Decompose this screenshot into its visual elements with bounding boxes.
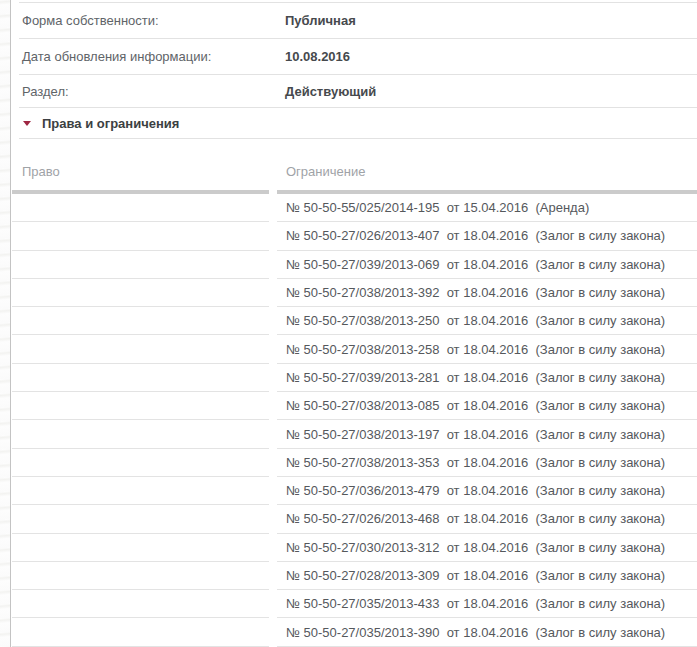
restriction-cell: № 50-50-27/038/2013-197 от 18.04.2016 (З… bbox=[277, 420, 697, 448]
table-row: № 50-50-27/038/2013-353 от 18.04.2016 (З… bbox=[12, 449, 697, 477]
table-row: № 50-50-27/030/2013-312 от 18.04.2016 (З… bbox=[12, 534, 697, 562]
restrictions-table: Право Ограничение № 50-50-55/025/2014-19… bbox=[12, 139, 697, 647]
property-label: Дата обновления информации: bbox=[19, 49, 285, 64]
column-gap bbox=[269, 279, 277, 307]
page-content: Форма собственности: Публичная Дата обно… bbox=[12, 2, 697, 647]
column-gap bbox=[269, 562, 277, 590]
table-row: № 50-50-27/038/2013-250 от 18.04.2016 (З… bbox=[12, 307, 697, 335]
restrictions-rows: № 50-50-55/025/2014-195 от 15.04.2016 (А… bbox=[12, 194, 697, 647]
right-cell bbox=[12, 618, 269, 646]
restriction-cell: № 50-50-27/038/2013-392 от 18.04.2016 (З… bbox=[277, 279, 697, 307]
property-label: Раздел: bbox=[19, 84, 285, 99]
table-row: № 50-50-27/038/2013-392 от 18.04.2016 (З… bbox=[12, 279, 697, 307]
column-header-restriction: Ограничение bbox=[277, 164, 697, 190]
column-gap bbox=[269, 194, 277, 222]
table-row: № 50-50-27/026/2013-468 от 18.04.2016 (З… bbox=[12, 505, 697, 533]
table-row: № 50-50-27/026/2013-407 от 18.04.2016 (З… bbox=[12, 222, 697, 250]
restriction-cell: № 50-50-27/030/2013-312 от 18.04.2016 (З… bbox=[277, 534, 697, 562]
column-header-right: Право bbox=[12, 164, 269, 190]
table-row: № 50-50-27/038/2013-197 от 18.04.2016 (З… bbox=[12, 420, 697, 448]
right-cell bbox=[12, 335, 269, 363]
property-label: Форма собственности: bbox=[19, 13, 285, 28]
column-gap bbox=[269, 392, 277, 420]
table-row: № 50-50-27/039/2013-069 от 18.04.2016 (З… bbox=[12, 251, 697, 279]
property-value: Публичная bbox=[285, 13, 356, 28]
right-cell bbox=[12, 307, 269, 335]
column-gap bbox=[269, 618, 277, 646]
property-value: 10.08.2016 bbox=[285, 49, 350, 64]
right-cell bbox=[12, 392, 269, 420]
restriction-cell: № 50-50-27/035/2013-390 от 18.04.2016 (З… bbox=[277, 618, 697, 646]
rights-section-toggle[interactable]: Права и ограничения bbox=[19, 108, 697, 139]
right-cell bbox=[12, 420, 269, 448]
table-row: № 50-50-27/039/2013-281 от 18.04.2016 (З… bbox=[12, 364, 697, 392]
table-row: № 50-50-27/036/2013-479 от 18.04.2016 (З… bbox=[12, 477, 697, 505]
right-cell bbox=[12, 364, 269, 392]
column-gap bbox=[269, 307, 277, 335]
column-gap bbox=[269, 179, 277, 190]
right-cell bbox=[12, 222, 269, 250]
column-gap bbox=[269, 477, 277, 505]
table-row: № 50-50-27/038/2013-258 от 18.04.2016 (З… bbox=[12, 335, 697, 363]
column-gap bbox=[269, 420, 277, 448]
collapse-triangle-icon bbox=[23, 121, 31, 126]
column-gap bbox=[269, 534, 277, 562]
right-cell bbox=[12, 562, 269, 590]
right-cell bbox=[12, 534, 269, 562]
restriction-cell: № 50-50-27/039/2013-281 от 18.04.2016 (З… bbox=[277, 364, 697, 392]
table-row: № 50-50-27/035/2013-390 от 18.04.2016 (З… bbox=[12, 618, 697, 646]
property-row: Раздел: Действующий bbox=[19, 75, 697, 108]
restriction-cell: № 50-50-27/038/2013-258 от 18.04.2016 (З… bbox=[277, 335, 697, 363]
restriction-cell: № 50-50-27/036/2013-479 от 18.04.2016 (З… bbox=[277, 477, 697, 505]
table-row: № 50-50-27/038/2013-085 от 18.04.2016 (З… bbox=[12, 392, 697, 420]
rights-section-title: Права и ограничения bbox=[42, 116, 179, 131]
column-gap bbox=[269, 590, 277, 618]
restriction-cell: № 50-50-27/039/2013-069 от 18.04.2016 (З… bbox=[277, 251, 697, 279]
property-attributes-list: Форма собственности: Публичная Дата обно… bbox=[19, 2, 697, 108]
column-gap bbox=[269, 222, 277, 250]
column-gap bbox=[269, 505, 277, 533]
column-gap bbox=[269, 251, 277, 279]
restriction-cell: № 50-50-27/028/2013-309 от 18.04.2016 (З… bbox=[277, 562, 697, 590]
restriction-cell: № 50-50-27/035/2013-433 от 18.04.2016 (З… bbox=[277, 590, 697, 618]
right-cell bbox=[12, 194, 269, 222]
restriction-cell: № 50-50-27/038/2013-353 от 18.04.2016 (З… bbox=[277, 449, 697, 477]
right-cell bbox=[12, 279, 269, 307]
page-left-margin bbox=[0, 0, 11, 647]
right-cell bbox=[12, 505, 269, 533]
restriction-cell: № 50-50-55/025/2014-195 от 15.04.2016 (А… bbox=[277, 194, 697, 222]
property-row: Дата обновления информации: 10.08.2016 bbox=[19, 39, 697, 75]
table-row: № 50-50-55/025/2014-195 от 15.04.2016 (А… bbox=[12, 194, 697, 222]
right-cell bbox=[12, 477, 269, 505]
column-gap bbox=[269, 364, 277, 392]
restriction-cell: № 50-50-27/026/2013-407 от 18.04.2016 (З… bbox=[277, 222, 697, 250]
table-row: № 50-50-27/035/2013-433 от 18.04.2016 (З… bbox=[12, 590, 697, 618]
restrictions-table-header: Право Ограничение bbox=[12, 139, 697, 190]
right-cell bbox=[12, 590, 269, 618]
table-row: № 50-50-27/028/2013-309 от 18.04.2016 (З… bbox=[12, 562, 697, 590]
restriction-cell: № 50-50-27/038/2013-250 от 18.04.2016 (З… bbox=[277, 307, 697, 335]
property-details-page: Форма собственности: Публичная Дата обно… bbox=[0, 0, 697, 647]
restriction-cell: № 50-50-27/026/2013-468 от 18.04.2016 (З… bbox=[277, 505, 697, 533]
restriction-cell: № 50-50-27/038/2013-085 от 18.04.2016 (З… bbox=[277, 392, 697, 420]
column-gap bbox=[269, 335, 277, 363]
right-cell bbox=[12, 449, 269, 477]
property-row: Форма собственности: Публичная bbox=[19, 3, 697, 39]
column-gap bbox=[269, 449, 277, 477]
right-cell bbox=[12, 251, 269, 279]
property-value: Действующий bbox=[285, 84, 376, 99]
